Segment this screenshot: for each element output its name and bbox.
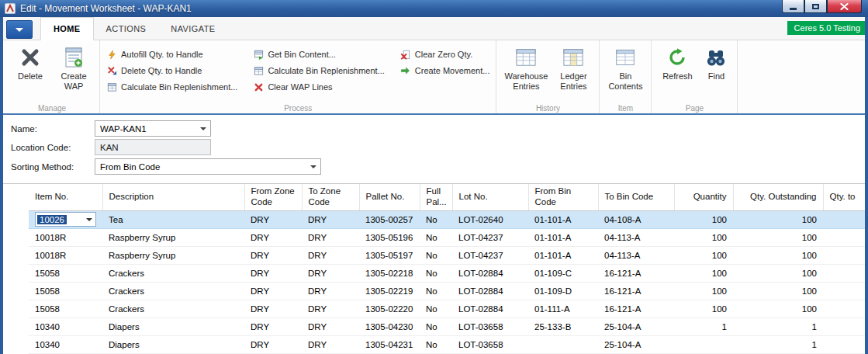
column-header-item-no[interactable]: Item No. — [29, 184, 102, 210]
cell-description[interactable]: Crackers — [102, 282, 244, 300]
cell-item-no[interactable]: 15058 — [29, 282, 102, 300]
name-combobox[interactable]: WAP-KAN1 — [95, 120, 211, 137]
cell-to-bin-code[interactable]: 16-121-A — [598, 264, 674, 282]
calculate-bin-replenishment-button-2[interactable]: Calculate Bin Replenishment... — [251, 63, 386, 78]
sorting-method-combobox[interactable]: From Bin Code — [95, 158, 321, 175]
column-header-quantity[interactable]: Quantity — [674, 184, 733, 210]
cell-from-zone-code[interactable]: DRY — [244, 210, 302, 228]
cell-to-zone-code[interactable]: DRY — [302, 318, 359, 335]
calculate-bin-replenishment-button-1[interactable]: Calculate Bin Replenishment... — [104, 79, 240, 95]
cell-from-zone-code[interactable]: DRY — [244, 335, 302, 353]
bin-contents-button[interactable]: Bin Contents — [603, 43, 647, 102]
cell-pallet-no[interactable]: 1305-02219 — [359, 282, 420, 300]
cell-qty-outstanding[interactable]: 100 — [733, 228, 823, 246]
cell-qty-to[interactable] — [823, 264, 865, 282]
cell-full-pallet[interactable]: No — [420, 228, 452, 246]
cell-qty-outstanding[interactable]: 100 — [733, 300, 823, 318]
cell-quantity[interactable] — [674, 335, 733, 353]
cell-to-bin-code[interactable]: 25-104-A — [598, 318, 674, 335]
cell-full-pallet[interactable]: No — [420, 282, 452, 300]
cell-pallet-no[interactable]: 1305-04230 — [359, 318, 420, 335]
cell-item-no[interactable]: 15058 — [29, 264, 102, 282]
cell-qty-to[interactable] — [823, 210, 865, 228]
tab-home[interactable]: HOME — [40, 17, 94, 40]
location-code-field[interactable]: KAN — [95, 139, 211, 155]
cell-to-zone-code[interactable]: DRY — [302, 246, 359, 264]
cell-to-zone-code[interactable]: DRY — [302, 228, 359, 246]
column-header-qty-to[interactable]: Qty. to — [823, 184, 865, 210]
cell-qty-outstanding[interactable]: 100 — [733, 264, 823, 282]
cell-to-zone-code[interactable]: DRY — [302, 264, 359, 282]
cell-full-pallet[interactable]: No — [420, 335, 452, 353]
worksheet-row[interactable]: 15058 Crackers DRY DRY 1305-02220 No LOT… — [29, 300, 865, 318]
autofill-qty-button[interactable]: Autofill Qty. to Handle — [104, 47, 240, 62]
cell-to-zone-code[interactable]: DRY — [302, 282, 359, 300]
cell-item-no[interactable]: 10340 — [29, 318, 102, 335]
dropdown-icon[interactable] — [306, 160, 320, 173]
close-button[interactable] — [827, 0, 862, 13]
cell-description[interactable]: Diapers — [102, 318, 244, 335]
cell-from-bin-code[interactable] — [528, 335, 598, 353]
worksheet-row[interactable]: 10340 Diapers DRY DRY 1305-04231 No LOT-… — [29, 335, 865, 353]
cell-qty-to[interactable] — [823, 300, 865, 318]
cell-from-zone-code[interactable]: DRY — [244, 282, 302, 300]
worksheet-row[interactable]: 10026 Tea DRY DRY 1305-00257 No LOT-0264… — [29, 210, 865, 228]
column-header-lot-no[interactable]: Lot No. — [452, 184, 528, 210]
cell-to-bin-code[interactable]: 04-108-A — [598, 210, 674, 228]
worksheet-row[interactable]: 10018R Raspberry Syrup DRY DRY 1305-0519… — [29, 246, 865, 264]
find-button[interactable]: Find — [699, 43, 733, 102]
cell-lot-no[interactable]: LOT-04237 — [452, 228, 528, 246]
ledger-entries-button[interactable]: Ledger Entries — [552, 43, 595, 102]
column-header-from-bin-code[interactable]: From Bin Code — [528, 184, 598, 210]
cell-from-bin-code[interactable]: 01-109-D — [528, 282, 598, 300]
cell-from-bin-code[interactable]: 01-101-A — [528, 246, 598, 264]
cell-to-bin-code[interactable]: 04-113-A — [598, 246, 674, 264]
cell-to-bin-code[interactable]: 16-121-A — [598, 300, 674, 318]
cell-lot-no[interactable]: LOT-02884 — [452, 264, 528, 282]
column-header-full-pallet[interactable]: Full Pal... — [420, 184, 452, 210]
cell-from-bin-code[interactable]: 01-109-C — [528, 264, 598, 282]
cell-lot-no[interactable]: LOT-04237 — [452, 246, 528, 264]
cell-description[interactable]: Raspberry Syrup — [102, 228, 244, 246]
cell-from-bin-code[interactable]: 01-101-A — [528, 228, 598, 246]
column-header-to-bin-code[interactable]: To Bin Code — [598, 184, 674, 210]
cell-pallet-no[interactable]: 1305-05196 — [359, 228, 420, 246]
worksheet-row[interactable]: 10340 Diapers DRY DRY 1305-04230 No LOT-… — [29, 318, 865, 335]
delete-button[interactable]: Delete — [9, 43, 52, 102]
cell-full-pallet[interactable]: No — [420, 300, 452, 318]
cell-pallet-no[interactable]: 1305-02220 — [359, 300, 420, 318]
cell-lot-no[interactable]: LOT-02640 — [452, 210, 528, 228]
cell-description[interactable]: Tea — [102, 210, 244, 228]
cell-qty-outstanding[interactable]: 100 — [733, 246, 823, 264]
cell-qty-to[interactable] — [823, 246, 865, 264]
cell-from-bin-code[interactable]: 01-101-A — [528, 210, 598, 228]
column-header-to-zone-code[interactable]: To Zone Code — [302, 184, 359, 210]
maximize-button[interactable] — [804, 0, 827, 13]
cell-quantity[interactable]: 100 — [674, 228, 733, 246]
column-header-from-zone-code[interactable]: From Zone Code — [244, 184, 302, 210]
cell-qty-outstanding[interactable]: 100 — [733, 282, 823, 300]
column-header-description[interactable]: Description — [102, 184, 244, 210]
tab-navigate[interactable]: NAVIGATE — [158, 17, 227, 40]
cell-item-no[interactable]: 10026 — [29, 210, 102, 228]
delete-qty-button[interactable]: Delete Qty. to Handle — [104, 63, 240, 78]
cell-pallet-no[interactable]: 1305-05197 — [359, 246, 420, 264]
cell-full-pallet[interactable]: No — [420, 264, 452, 282]
cell-quantity[interactable]: 100 — [674, 300, 733, 318]
get-bin-content-button[interactable]: Get Bin Content... — [251, 47, 386, 62]
clear-zero-qty-button[interactable]: Clear Zero Qty. — [398, 47, 493, 62]
cell-qty-outstanding[interactable]: 1 — [733, 318, 823, 335]
cell-quantity[interactable]: 100 — [674, 264, 733, 282]
cell-qty-to[interactable] — [823, 318, 865, 335]
cell-lot-no[interactable]: LOT-03658 — [452, 335, 528, 353]
cell-qty-outstanding[interactable]: 100 — [733, 210, 823, 228]
application-menu-button[interactable] — [6, 20, 33, 39]
cell-item-no[interactable]: 15058 — [29, 300, 102, 318]
dropdown-icon[interactable] — [196, 122, 209, 135]
worksheet-row[interactable]: 15058 Crackers DRY DRY 1305-02219 No LOT… — [29, 282, 865, 300]
warehouse-entries-button[interactable]: Warehouse Entries — [500, 43, 552, 102]
app-icon[interactable] — [5, 3, 16, 14]
cell-lot-no[interactable]: LOT-02884 — [452, 300, 528, 318]
item-dropdown-icon[interactable] — [86, 218, 92, 221]
cell-item-no[interactable]: 10018R — [29, 246, 102, 264]
